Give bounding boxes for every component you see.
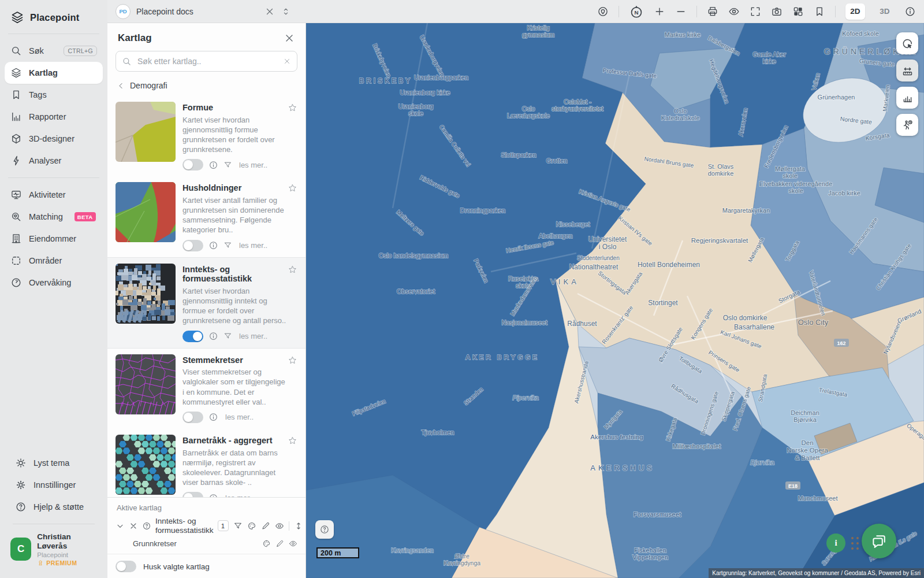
layer-card-barnetr-kk-aggregert[interactable]: Barnetråkk - aggregertBarnetråkk er data… [107, 429, 305, 497]
remove-layer-icon[interactable] [129, 521, 138, 531]
info-icon[interactable] [904, 6, 916, 17]
favorite-star-icon[interactable] [288, 355, 297, 365]
locate-icon[interactable] [597, 6, 609, 17]
layer-search-input[interactable] [136, 56, 278, 66]
sidebar-item-3d-designer[interactable]: 3D-designer [5, 128, 103, 150]
favorite-star-icon[interactable] [288, 436, 297, 446]
sidebar-item-matching[interactable]: MatchingBETA [5, 206, 103, 228]
visibility-icon[interactable] [728, 6, 740, 17]
layer-toggle[interactable] [182, 159, 203, 171]
visibility-icon[interactable] [289, 539, 297, 548]
map-tool-chart-tool[interactable] [896, 87, 918, 109]
layer-help-icon[interactable] [142, 521, 151, 531]
select-cursor-icon [901, 38, 914, 50]
view-2d-button[interactable]: 2D [845, 3, 865, 20]
close-doc-icon[interactable] [264, 6, 275, 17]
read-more-link[interactable]: les mer.. [239, 332, 267, 340]
drag-handle[interactable] [851, 537, 859, 550]
layer-title: Husholdninger [182, 183, 287, 193]
visibility-icon[interactable] [275, 521, 284, 531]
layer-thumbnail [116, 354, 176, 414]
map-info-button[interactable]: i [826, 533, 845, 553]
read-more-link[interactable]: les mer.. [225, 413, 254, 421]
breadcrumb[interactable]: Demografi [107, 77, 305, 96]
info-icon[interactable] [208, 412, 218, 422]
map-help-button[interactable] [315, 520, 334, 539]
layer-card-inntekts-og-formuesstatistikk[interactable]: Inntekts- og formuesstatistikkKartet vis… [107, 257, 305, 349]
filter-icon[interactable] [233, 521, 243, 531]
widgets-icon[interactable] [792, 6, 804, 17]
sidebar-item-rapporter[interactable]: Rapporter [5, 106, 103, 128]
screenshot-icon[interactable] [771, 6, 783, 17]
reorder-icon[interactable] [294, 521, 303, 531]
edit-style-icon[interactable] [261, 521, 270, 531]
view-3d-button[interactable]: 3D [875, 3, 895, 20]
layer-toggle[interactable] [182, 331, 203, 342]
sidebar-item-omr-der[interactable]: Områder [5, 250, 103, 272]
map-tool-measure[interactable] [896, 60, 918, 81]
info-icon[interactable] [208, 240, 218, 250]
sidebar-item-label: Tags [29, 90, 47, 99]
map-tool-select-cursor[interactable] [896, 32, 918, 54]
fullscreen-icon[interactable] [750, 6, 761, 17]
map-canvas[interactable]: 162E18KristeliggymnasiumMarkus kirkeKofo… [306, 23, 924, 578]
sidebar-item-analyser[interactable]: Analyser [5, 150, 103, 172]
palette-icon[interactable] [262, 539, 271, 548]
chat-icon [870, 532, 888, 550]
map-tool-walk-clock[interactable] [896, 114, 918, 136]
layer-toggle[interactable] [182, 412, 203, 423]
favorite-star-icon[interactable] [288, 265, 297, 275]
palette-icon[interactable] [247, 521, 256, 531]
sidebar-item-eiendommer[interactable]: Eiendommer [5, 228, 103, 250]
info-icon[interactable] [208, 331, 218, 341]
filter-icon[interactable] [223, 332, 232, 340]
layers-logo-icon [10, 10, 24, 24]
sidebar-item-overv-king[interactable]: Overvåking [5, 272, 103, 294]
user-menu[interactable]: C Christian Løverås Placepoint PREMIUM [5, 527, 103, 572]
app-logo[interactable]: Placepoint [0, 0, 107, 31]
layer-card-stemmekretser[interactable]: StemmekretserViser stemmekretser og valg… [107, 349, 305, 429]
read-more-link[interactable]: les mer.. [239, 161, 267, 169]
layer-toggle[interactable] [182, 240, 203, 251]
info-icon[interactable] [208, 493, 218, 497]
sidebar-item-s-k[interactable]: SøkCTRL+G [5, 40, 103, 62]
svg-text:N: N [634, 9, 638, 15]
sublayer-row: Grunnkretser [107, 536, 305, 550]
sun-icon [15, 457, 27, 469]
sidebar-item-kartlag[interactable]: Kartlag [5, 62, 103, 84]
favorite-star-icon[interactable] [288, 183, 297, 193]
remember-layers-toggle[interactable] [116, 561, 136, 572]
sidebar-item-aktiviteter[interactable]: Aktiviteter [5, 184, 103, 206]
layer-card-formue[interactable]: FormueKartet viser hvordan gjennomsnittl… [107, 96, 305, 176]
collapse-icon[interactable] [116, 521, 125, 531]
read-more-link[interactable]: les mer.. [225, 494, 254, 497]
zoom-out-icon[interactable] [675, 6, 687, 17]
edit-style-icon[interactable] [275, 539, 284, 548]
compass-icon[interactable]: N [629, 4, 644, 19]
layer-card-husholdninger[interactable]: HusholdningerKartet viser antall familie… [107, 176, 305, 257]
zoom-in-icon[interactable] [654, 6, 665, 17]
bookmark-icon[interactable] [814, 6, 825, 17]
clear-search-icon[interactable] [283, 57, 291, 65]
sidebar-item-tags[interactable]: Tags [5, 84, 103, 106]
svg-text:162: 162 [837, 340, 845, 346]
favorite-star-icon[interactable] [288, 103, 297, 113]
info-icon[interactable] [208, 160, 218, 170]
sidebar-item-hjelp-st-tte[interactable]: Hjelp & støtte [9, 496, 98, 518]
close-panel-icon[interactable] [284, 32, 295, 44]
layer-search[interactable] [116, 51, 297, 72]
sidebar-item-label: Søk [29, 46, 44, 55]
app-window: Placepoint SøkCTRL+GKartlagTagsRapporter… [0, 0, 924, 578]
sidebar-item-lyst-tema[interactable]: Lyst tema [9, 452, 98, 474]
document-switcher[interactable]: PD Placepoint docs [107, 4, 298, 19]
filter-icon[interactable] [223, 161, 232, 169]
gauge-icon [10, 277, 22, 288]
read-more-link[interactable]: les mer.. [239, 241, 267, 250]
filter-icon[interactable] [223, 241, 232, 250]
print-icon[interactable] [707, 6, 718, 17]
sidebar-item-innstillinger[interactable]: Innstillinger [9, 474, 98, 496]
map-label: Akershus festning [590, 433, 643, 440]
chat-button[interactable] [862, 524, 896, 558]
layer-toggle[interactable] [182, 492, 203, 497]
doc-select-icon[interactable] [281, 6, 291, 17]
